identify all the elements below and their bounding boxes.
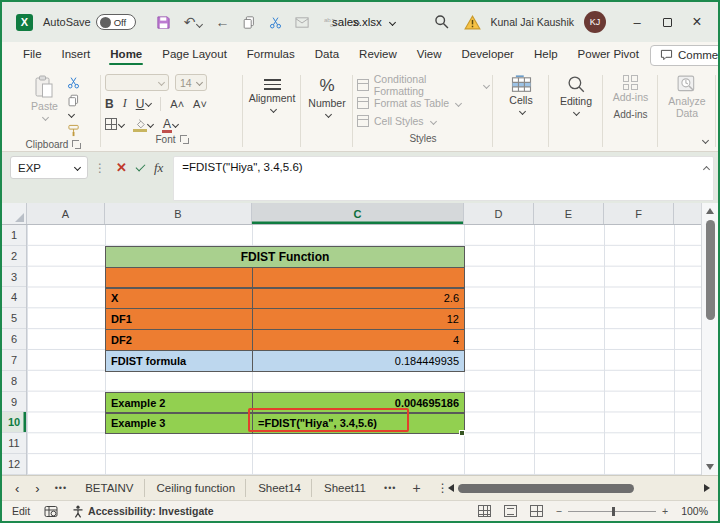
zoom-in-button[interactable]: + [662,505,668,517]
scroll-down-icon[interactable] [706,464,714,470]
cut-button[interactable] [67,76,81,89]
italic-button[interactable]: I [123,96,127,111]
tab-power-pivot[interactable]: Power Pivot [569,44,648,66]
sheet-overflow-left-icon[interactable]: ••• [49,483,73,493]
save-icon[interactable] [156,15,171,30]
sheet-tab-sheet11[interactable]: Sheet11 [314,479,376,497]
tab-home[interactable]: Home [101,44,151,66]
sheet-tab-betainv[interactable]: BETAINV [75,479,144,497]
mail-icon[interactable] [295,16,310,29]
avatar[interactable]: KJ [584,11,606,33]
accessibility-status[interactable]: Accessibility: Investigate [72,505,213,518]
grow-font-button[interactable]: A˄ [170,98,184,110]
clipboard-dialog-launcher-icon[interactable] [72,140,81,149]
font-dialog-launcher-icon[interactable] [180,135,189,144]
cell-styles-button[interactable]: Cell Styles [357,112,489,130]
cell-c7-formula-value[interactable]: 0.184449935 [252,350,465,372]
row-header-9[interactable]: 9 [2,392,26,413]
cell-b9-example2-label[interactable]: Example 2 [105,392,253,414]
addins-button[interactable]: Add-ins [608,72,654,107]
borders-button[interactable] [105,118,124,130]
cell-b6-df2-label[interactable]: DF2 [105,329,253,351]
sheet-tab-sheet14[interactable]: Sheet14 [248,479,312,497]
search-icon[interactable] [434,14,449,29]
tab-data[interactable]: Data [306,44,348,66]
analyze-data-button[interactable]: Analyze Data [662,72,712,122]
zoom-out-button[interactable]: − [556,505,562,517]
tab-help[interactable]: Help [525,44,567,66]
underline-button[interactable]: U [136,97,152,111]
name-box[interactable]: EXP [10,156,88,179]
cancel-icon[interactable]: ✕ [116,160,127,175]
row-header-12[interactable]: 12 [2,454,26,475]
copy-icon[interactable] [242,15,256,30]
formula-input[interactable]: =FDIST("Hiya", 3.4,5.6) [173,156,714,201]
number-button[interactable]: % Number [303,73,350,120]
excel-logo-icon[interactable]: X [16,14,33,31]
sheet-tab-ceiling-function[interactable]: Ceiling function [147,479,247,497]
shrink-font-button[interactable]: A˅ [193,98,207,110]
cell-b7-formula-label[interactable]: FDIST formula [105,350,253,372]
column-header-d[interactable]: D [464,203,534,224]
sheet-nav-right-icon[interactable]: › [28,481,46,496]
column-header-c[interactable]: C [252,203,464,224]
font-size-select[interactable]: 14 [175,74,207,91]
bold-button[interactable]: B [105,97,114,111]
cell-b10-example3-label[interactable]: Example 3 [105,413,253,435]
horizontal-scrollbar[interactable] [448,480,710,496]
alignment-button[interactable]: Alignment [244,76,301,115]
macro-record-icon[interactable] [44,505,58,518]
sheet-overflow-right-icon[interactable]: ••• [378,483,402,493]
vertical-scroll-thumb[interactable] [706,220,715,320]
column-header-b[interactable]: B [105,203,252,224]
horizontal-scroll-thumb[interactable] [458,484,634,493]
conditional-formatting-button[interactable]: Conditional Formatting [357,76,489,94]
undo-button[interactable]: ↶ [184,15,203,29]
format-painter-button[interactable] [67,124,81,137]
row-header-8[interactable]: 8 [2,371,26,392]
tab-view[interactable]: View [408,44,451,66]
new-sheet-button[interactable]: + [404,480,428,496]
enter-check-icon[interactable] [135,161,145,171]
row-header-5[interactable]: 5 [2,308,26,329]
cell-c4-x-value[interactable]: 2.6 [252,288,465,310]
column-header-f[interactable]: F [604,203,674,224]
fill-handle[interactable] [459,430,465,436]
tab-insert[interactable]: Insert [53,44,100,66]
sheet-nav-left-icon[interactable]: ‹ [8,481,26,496]
cell-c3[interactable] [252,267,465,289]
fill-color-button[interactable] [134,119,153,130]
cell-b4-x-label[interactable]: X [105,288,253,310]
scroll-left-icon[interactable] [448,484,454,492]
cell-c6-df2-value[interactable]: 4 [252,329,465,351]
row-header-3[interactable]: 3 [2,267,26,288]
maximize-button[interactable] [652,5,682,39]
cell-b2-title[interactable]: FDIST Function [105,246,465,268]
tab-review[interactable]: Review [350,44,406,66]
close-button[interactable]: × [682,5,712,39]
tab-file[interactable]: File [14,44,51,66]
zoom-slider-knob[interactable] [612,507,615,516]
editing-button[interactable]: Editing [555,72,597,118]
page-break-view-icon[interactable] [530,505,543,517]
vertical-scrollbar[interactable] [701,203,718,475]
cut-icon[interactable] [269,15,282,30]
copy-button[interactable] [67,94,81,119]
tab-developer[interactable]: Developer [453,44,523,66]
font-name-select[interactable] [105,74,169,91]
row-header-2[interactable]: 2 [2,246,26,267]
row-header-1[interactable]: 1 [2,225,26,246]
user-name[interactable]: Kunal Jai Kaushik [491,16,574,28]
row-header-6[interactable]: 6 [2,329,26,350]
collapse-ribbon-button[interactable] [701,133,708,145]
font-color-button[interactable]: A [163,117,178,131]
column-header-e[interactable]: E [534,203,604,224]
insert-function-icon[interactable]: fx [154,160,163,176]
autosave-toggle[interactable]: Off [96,14,136,30]
row-header-10[interactable]: 10 [2,412,26,433]
warning-icon[interactable] [464,15,481,30]
comments-button[interactable]: Comments [650,45,720,66]
paste-button[interactable]: Paste [26,72,63,123]
cells-button[interactable]: Cells [504,72,537,117]
cell-b3[interactable] [105,267,253,289]
